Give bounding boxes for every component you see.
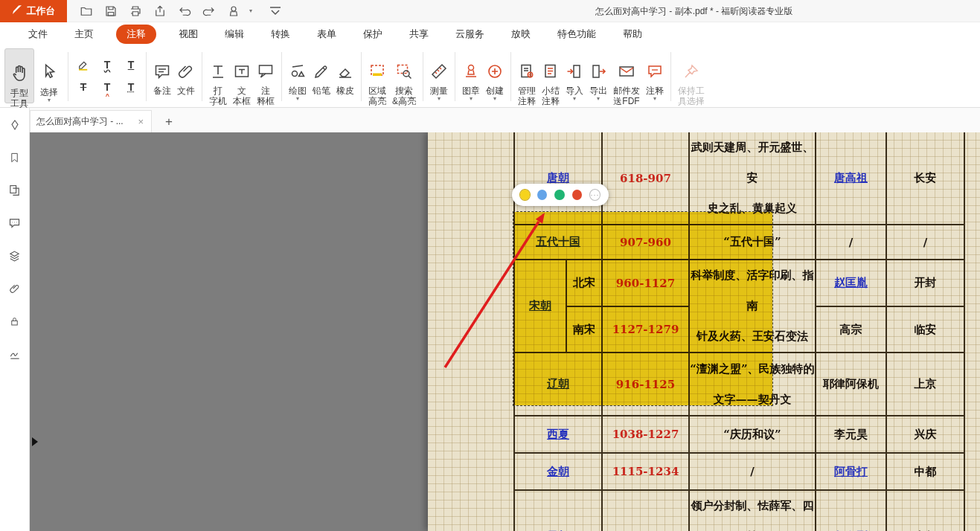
file-attachment-button[interactable]: 文件 bbox=[174, 48, 198, 97]
menu-home[interactable]: 主页 bbox=[70, 25, 98, 43]
insert-text-button[interactable]: T bbox=[96, 77, 118, 97]
manage-comments-button[interactable]: 管理 注释 bbox=[515, 48, 539, 109]
email-fdf-button[interactable]: 邮件发 送FDF bbox=[610, 48, 643, 109]
eraser-button[interactable]: 橡皮 bbox=[333, 48, 357, 97]
save-button[interactable] bbox=[102, 3, 120, 19]
color-swatch-blue[interactable] bbox=[537, 190, 547, 200]
drawing-shapes-icon bbox=[289, 52, 307, 83]
stamp-button[interactable]: 图章 ▾ bbox=[459, 48, 483, 103]
ink-dropdown-caret-icon[interactable]: ▾ bbox=[249, 8, 252, 14]
menu-file[interactable]: 文件 bbox=[24, 25, 52, 43]
pencil-label: 铅笔 bbox=[313, 86, 330, 96]
drawing-button[interactable]: 绘图 ▾ bbox=[286, 48, 310, 103]
measure-label: 测量 bbox=[430, 86, 448, 96]
menu-view[interactable]: 视图 bbox=[174, 25, 202, 43]
eraser-icon bbox=[336, 52, 354, 83]
attachments-panel-icon[interactable] bbox=[7, 282, 23, 295]
callout-button[interactable]: 注 释框 bbox=[254, 48, 278, 109]
ribbon-separator bbox=[146, 52, 147, 101]
select-tool-button[interactable]: 选择 ▾ bbox=[34, 48, 64, 103]
menu-convert[interactable]: 转换 bbox=[266, 25, 295, 43]
document-tab[interactable]: 怎么面对高中学习 - ... × bbox=[30, 110, 152, 132]
pdf-page[interactable]: 唐朝 618-907 武则天建周、开元盛世、安史之乱、黄巢起义 唐高祖 长安 五… bbox=[428, 132, 980, 531]
quick-access-toolbar: ▾ bbox=[77, 3, 284, 19]
underline-text-button[interactable]: T bbox=[120, 54, 142, 75]
hand-tool-button[interactable]: 手型 工具 bbox=[4, 48, 34, 103]
drawing-label: 绘图 bbox=[289, 86, 307, 96]
note-label: 备注 bbox=[153, 86, 171, 96]
ribbon-separator bbox=[455, 52, 455, 101]
layers-panel-icon[interactable] bbox=[7, 249, 23, 263]
replace-text-button[interactable]: T bbox=[120, 77, 142, 97]
color-swatch-red[interactable] bbox=[572, 190, 582, 200]
textbox-button[interactable]: 文 本框 bbox=[230, 48, 254, 109]
email-fdf-label: 邮件发 送FDF bbox=[613, 86, 640, 107]
color-swatch-yellow[interactable] bbox=[520, 190, 530, 200]
more-colors-button[interactable]: ··· bbox=[589, 189, 601, 201]
workspace-button[interactable]: 工作台 bbox=[0, 0, 67, 22]
bookmarks-panel-icon[interactable] bbox=[7, 151, 23, 164]
arrow-annotation[interactable] bbox=[428, 132, 980, 531]
attachment-icon bbox=[177, 52, 195, 83]
squiggly-underline-button[interactable]: T bbox=[96, 54, 118, 75]
window-title: 怎么面对高中学习 - 副本.pdf * - 福昕阅读器专业版 bbox=[595, 0, 792, 22]
select-dropdown-caret-icon: ▾ bbox=[48, 97, 51, 103]
menu-help[interactable]: 帮助 bbox=[618, 25, 647, 43]
measure-dropdown-caret-icon: ▾ bbox=[438, 96, 441, 102]
redo-button[interactable] bbox=[200, 3, 218, 19]
menu-share[interactable]: 共享 bbox=[405, 25, 433, 43]
hand-icon bbox=[10, 53, 29, 86]
undo-button[interactable] bbox=[176, 3, 193, 19]
menu-protect[interactable]: 保护 bbox=[359, 25, 387, 43]
menu-present[interactable]: 放映 bbox=[507, 25, 535, 43]
pencil-button[interactable]: 铅笔 bbox=[310, 48, 333, 97]
panel-toggle-arrow-icon[interactable] bbox=[32, 437, 38, 446]
ribbon-separator bbox=[68, 52, 68, 101]
export-label: 导出 bbox=[589, 86, 607, 96]
hand-tool-label: 手型 工具 bbox=[10, 88, 28, 109]
callout-icon bbox=[257, 52, 275, 83]
menu-comment[interactable]: 注释 bbox=[116, 25, 156, 44]
foxit-logo-icon bbox=[12, 4, 22, 17]
new-tab-button[interactable]: + bbox=[162, 115, 176, 132]
export-comments-button[interactable]: 导出 ▾ bbox=[586, 48, 610, 103]
import-icon bbox=[566, 52, 583, 83]
open-file-button[interactable] bbox=[77, 3, 95, 19]
textbox-label: 文 本框 bbox=[233, 86, 251, 107]
ink-sign-button[interactable] bbox=[225, 3, 243, 19]
ribbon-separator bbox=[423, 52, 423, 101]
tab-close-icon[interactable]: × bbox=[136, 116, 145, 127]
menu-form[interactable]: 表单 bbox=[313, 25, 341, 43]
measure-button[interactable]: 测量 ▾ bbox=[427, 48, 451, 103]
color-swatch-green[interactable] bbox=[554, 190, 564, 200]
print-button[interactable] bbox=[126, 3, 144, 19]
pushpin-icon bbox=[682, 52, 700, 83]
typewriter-button[interactable]: 打 字机 bbox=[206, 48, 230, 109]
page-thumbnails-panel-icon[interactable] bbox=[7, 184, 23, 197]
create-dropdown-caret-icon: ▾ bbox=[493, 96, 496, 102]
note-button[interactable]: 备注 bbox=[150, 48, 174, 97]
highlight-text-button[interactable] bbox=[72, 54, 95, 75]
menu-edit[interactable]: 编辑 bbox=[220, 25, 249, 43]
search-highlight-button[interactable]: 搜索 &高亮 bbox=[389, 48, 419, 109]
area-highlight-button[interactable]: 区域 高亮 bbox=[365, 48, 389, 109]
navigation-sidebar bbox=[0, 108, 30, 531]
document-viewport[interactable]: 唐朝 618-907 武则天建周、开元盛世、安史之乱、黄巢起义 唐高祖 长安 五… bbox=[30, 132, 980, 531]
summarize-comments-button[interactable]: 小结 注释 bbox=[539, 48, 563, 109]
signature-panel-icon[interactable] bbox=[7, 347, 23, 361]
menu-cloud[interactable]: 云服务 bbox=[451, 25, 489, 43]
strikeout-text-button[interactable]: T bbox=[72, 77, 95, 97]
share-comments-button[interactable]: 注释 ▾ bbox=[643, 48, 667, 103]
eraser-label: 橡皮 bbox=[336, 86, 354, 96]
cursor-icon bbox=[39, 52, 59, 85]
share-button[interactable] bbox=[151, 3, 169, 19]
customize-toolbar-chevron-icon[interactable] bbox=[266, 3, 284, 19]
quick-annotate-icon[interactable] bbox=[7, 118, 23, 132]
ribbon-separator bbox=[510, 52, 511, 101]
security-panel-icon[interactable] bbox=[7, 315, 23, 328]
menu-features[interactable]: 特色功能 bbox=[553, 25, 601, 43]
pencil-icon bbox=[313, 52, 330, 83]
create-stamp-button[interactable]: 创建 ▾ bbox=[483, 48, 507, 103]
import-comments-button[interactable]: 导入 ▾ bbox=[563, 48, 586, 103]
comments-panel-icon[interactable] bbox=[7, 216, 23, 230]
